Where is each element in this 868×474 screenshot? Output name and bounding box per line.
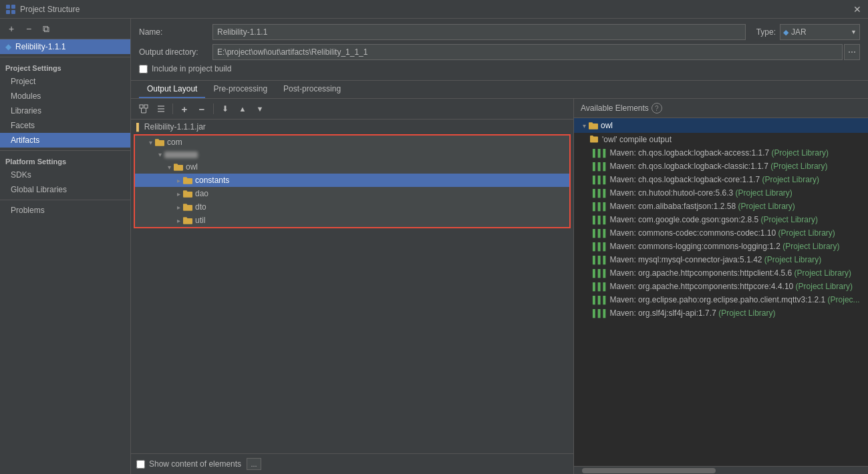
sidebar-item-project[interactable]: Project: [0, 74, 130, 89]
expand-constants-icon: ▸: [174, 177, 183, 184]
avail-folder-owl-icon: [589, 122, 598, 130]
sidebar-artifact-item[interactable]: ◆ Relibility-1.1.1: [0, 39, 130, 54]
tree-layout-button[interactable]: [154, 101, 168, 116]
expand-dto-icon: ▸: [174, 204, 183, 211]
tree-item-user[interactable]: ▾: [135, 149, 569, 160]
avail-item-text-4: Maven: cn.hutool:hutool-core:5.6.3 (Proj…: [609, 188, 792, 198]
avail-item-9[interactable]: ▐▐▐ Maven: mysql:mysql-connector-java:5.…: [574, 253, 868, 266]
close-button[interactable]: ✕: [852, 4, 863, 15]
avail-item-text-6: Maven: com.google.code.gson:gson:2.8.5 (…: [609, 215, 818, 224]
scrollbar-thumb[interactable]: [582, 468, 716, 473]
type-select[interactable]: ◆ JAR ▼: [780, 24, 860, 40]
output-directory-input[interactable]: [212, 44, 843, 60]
avail-bars-icon-13: ▐▐▐: [590, 309, 605, 317]
avail-item-7[interactable]: ▐▐▐ Maven: commons-codec:commons-codec:1…: [574, 226, 868, 240]
show-content-label: Show content of elements: [149, 459, 241, 469]
tree-sort-button[interactable]: ⬇: [218, 101, 233, 116]
tree-item-dto-label: dto: [195, 202, 206, 212]
avail-item-13[interactable]: ▐▐▐ Maven: org.slf4j:slf4j-api:1.7.7 (Pr…: [574, 306, 868, 320]
tree-add-button[interactable]: +: [177, 101, 192, 116]
content-area: + − ⬇ ▲ ▼ ▌ Relibility-1.1.1.jar: [131, 99, 868, 474]
blurred-item: [164, 152, 198, 158]
sidebar: + − ⧉ ◆ Relibility-1.1.1 Project Setting…: [0, 19, 131, 474]
avail-item-2[interactable]: ▐▐▐ Maven: ch.qos.logback:logback-classi…: [574, 160, 868, 173]
sidebar-item-modules[interactable]: Modules: [0, 89, 130, 103]
avail-item-12[interactable]: ▐▐▐ Maven: org.eclipse.paho:org.eclipse.…: [574, 293, 868, 306]
sidebar-item-libraries[interactable]: Libraries: [0, 103, 130, 118]
avail-item-8[interactable]: ▐▐▐ Maven: commons-logging:commons-loggi…: [574, 240, 868, 253]
sidebar-item-artifacts[interactable]: Artifacts: [0, 133, 130, 148]
folder-owl-icon: [174, 163, 183, 171]
available-help-icon[interactable]: ?: [652, 103, 662, 113]
avail-item-0[interactable]: 'owl' compile output: [574, 133, 868, 146]
include-build-label: Include in project build: [152, 64, 231, 73]
sidebar-item-global-libraries[interactable]: Global Libraries: [0, 182, 130, 197]
tree-item-dao[interactable]: ▸ dao: [135, 187, 569, 200]
folder-util-icon: [183, 216, 192, 224]
sidebar-item-problems[interactable]: Problems: [0, 203, 130, 218]
tree-item-owl[interactable]: ▾ owl: [135, 160, 569, 174]
tree-item-owl-label: owl: [186, 162, 198, 172]
avail-item-text-10: Maven: org.apache.httpcomponents:httpcli…: [609, 268, 851, 278]
name-input[interactable]: [212, 24, 746, 40]
output-browse-button[interactable]: ⋯: [844, 44, 860, 60]
tree-down-button[interactable]: ▼: [253, 101, 267, 116]
folder-small-icon: [590, 135, 598, 143]
jar-icon: ▌: [136, 123, 142, 131]
svg-rect-0: [6, 5, 10, 9]
tree-up-button[interactable]: ▲: [235, 101, 250, 116]
sidebar-item-facets[interactable]: Facets: [0, 118, 130, 133]
tree-item-constants[interactable]: ▸ constants: [135, 174, 569, 187]
platform-settings-header: Platform Settings: [0, 154, 130, 168]
dots-button[interactable]: ...: [247, 458, 261, 470]
avail-item-11[interactable]: ▐▐▐ Maven: org.apache.httpcomponents:htt…: [574, 280, 868, 293]
avail-item-text-8: Maven: commons-logging:commons-logging:1…: [609, 242, 839, 251]
sidebar-artifact-label: Relibility-1.1.1: [15, 42, 65, 51]
output-row: Output directory: ⋯: [139, 44, 860, 60]
available-header: Available Elements ?: [574, 99, 868, 118]
add-artifact-button[interactable]: +: [4, 21, 19, 36]
avail-item-text-3: Maven: ch.qos.logback:logback-core:1.1.7…: [609, 175, 819, 184]
svg-rect-2: [6, 10, 10, 14]
avail-item-4[interactable]: ▐▐▐ Maven: cn.hutool:hutool-core:5.6.3 (…: [574, 186, 868, 200]
tab-post-processing[interactable]: Post-processing: [275, 81, 349, 98]
tree-item-dao-label: dao: [195, 189, 208, 198]
avail-item-10[interactable]: ▐▐▐ Maven: org.apache.httpcomponents:htt…: [574, 266, 868, 280]
tree-remove-button[interactable]: −: [194, 101, 209, 116]
avail-item-text-0: 'owl' compile output: [602, 135, 672, 144]
avail-item-6[interactable]: ▐▐▐ Maven: com.google.code.gson:gson:2.8…: [574, 213, 868, 226]
tree-item-util[interactable]: ▸ util: [135, 214, 569, 227]
avail-item-5[interactable]: ▐▐▐ Maven: com.alibaba:fastjson:1.2.58 (…: [574, 200, 868, 213]
avail-item-1[interactable]: ▐▐▐ Maven: ch.qos.logback:logback-access…: [574, 146, 868, 160]
window-title: Project Structure: [20, 5, 80, 14]
tab-pre-processing[interactable]: Pre-processing: [205, 81, 275, 98]
avail-bars-icon-3: ▐▐▐: [590, 176, 605, 184]
divider-2: [0, 150, 130, 151]
divider-1: [0, 57, 130, 57]
avail-item-text-9: Maven: mysql:mysql-connector-java:5.1.42…: [609, 255, 821, 264]
avail-bars-icon-10: ▐▐▐: [590, 269, 605, 277]
horizontal-scrollbar[interactable]: [574, 466, 868, 474]
avail-bars-icon-5: ▐▐▐: [590, 202, 605, 210]
avail-bars-icon-0: [590, 135, 598, 144]
tree-item-com[interactable]: ▾ com: [135, 136, 569, 149]
avail-item-text-13: Maven: org.slf4j:slf4j-api:1.7.7 (Projec…: [609, 308, 775, 318]
available-group-owl[interactable]: ▾ owl: [574, 118, 868, 133]
include-build-checkbox[interactable]: [139, 65, 148, 73]
tree-item-dto[interactable]: ▸ dto: [135, 200, 569, 214]
show-content-checkbox[interactable]: [136, 460, 145, 469]
avail-bars-icon-1: ▐▐▐: [590, 149, 605, 157]
tree-extract-button[interactable]: [136, 101, 151, 116]
tree-item-util-label: util: [195, 216, 205, 225]
sidebar-item-sdks[interactable]: SDKs: [0, 168, 130, 182]
folder-dao-icon: [183, 190, 192, 198]
avail-item-3[interactable]: ▐▐▐ Maven: ch.qos.logback:logback-core:1…: [574, 173, 868, 186]
type-dropdown-icon: ▼: [851, 29, 857, 35]
main-layout: + − ⧉ ◆ Relibility-1.1.1 Project Setting…: [0, 19, 868, 474]
jar-root-item[interactable]: ▌ Relibility-1.1.1.jar: [131, 120, 573, 134]
remove-artifact-button[interactable]: −: [21, 21, 36, 36]
tab-output-layout[interactable]: Output Layout: [139, 81, 205, 98]
copy-artifact-button[interactable]: ⧉: [39, 21, 53, 36]
tree-toolbar: + − ⬇ ▲ ▼: [131, 99, 573, 120]
avail-expand-owl-icon: ▾: [579, 122, 589, 130]
